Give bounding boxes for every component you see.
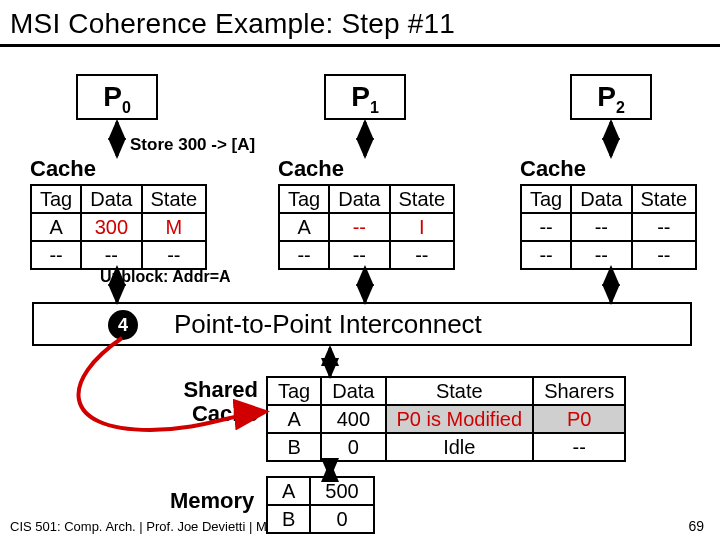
unblock-annotation: Unblock: Addr=A — [100, 268, 231, 286]
cache2-label: Cache — [520, 156, 697, 182]
memory-label: Memory — [170, 488, 254, 514]
cache1-table: TagDataState A--I ------ — [278, 184, 455, 270]
page-title: MSI Coherence Example: Step #11 — [0, 0, 720, 47]
processor-p2: P2 — [570, 74, 652, 120]
page-number: 69 — [688, 518, 704, 534]
cache0-label: Cache — [30, 156, 207, 182]
cache0-block: Cache TagDataState A300M ------ — [30, 156, 207, 270]
processor-row: P0 P1 P2 — [0, 74, 720, 120]
step-badge-4: 4 — [108, 310, 138, 340]
cache1-label: Cache — [278, 156, 455, 182]
footer-text: CIS 501: Comp. Arch. | Prof. Joe Deviett… — [10, 519, 267, 534]
processor-p0: P0 — [76, 74, 158, 120]
cache1-block: Cache TagDataState A--I ------ — [278, 156, 455, 270]
cache0-table: TagDataState A300M ------ — [30, 184, 207, 270]
cache2-block: Cache TagDataState ------ ------ — [520, 156, 697, 270]
processor-p1: P1 — [324, 74, 406, 120]
store-annotation: Store 300 -> [A] — [130, 135, 255, 155]
memory-table: A500 B0 — [266, 476, 375, 534]
shared-cache-label: SharedCache — [168, 378, 258, 426]
shared-cache-table: Tag Data State Sharers A 400 P0 is Modif… — [266, 376, 626, 462]
cache2-table: TagDataState ------ ------ — [520, 184, 697, 270]
